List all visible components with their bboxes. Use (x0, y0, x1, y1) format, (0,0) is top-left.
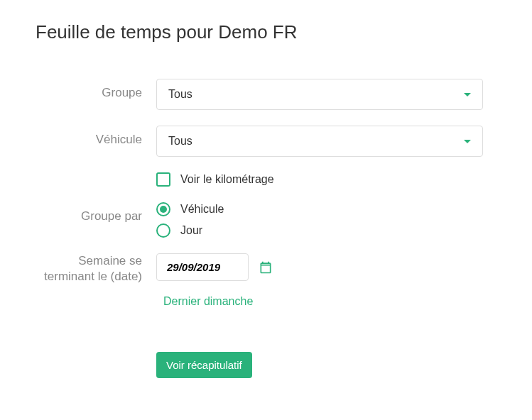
mileage-checkbox-label: Voir le kilométrage (180, 173, 274, 186)
view-summary-button[interactable]: Voir récapitulatif (156, 352, 252, 378)
week-ending-input[interactable] (156, 253, 249, 281)
radio-circle-icon (156, 202, 170, 216)
caret-down-icon (464, 93, 471, 96)
group-by-label: Groupe par (36, 202, 156, 223)
radio-vehicle-label: Véhicule (180, 203, 224, 216)
radio-day-label: Jour (180, 224, 202, 237)
caret-down-icon (464, 140, 471, 143)
group-select[interactable]: Tous (156, 79, 483, 110)
vehicle-label: Véhicule (36, 126, 156, 147)
radio-circle-icon (156, 223, 170, 238)
week-ending-label: Semaine se terminant le (date) (36, 253, 156, 284)
vehicle-select-value: Tous (168, 135, 192, 148)
group-label: Groupe (36, 79, 156, 100)
calendar-icon[interactable] (259, 260, 273, 275)
radio-group-by-vehicle[interactable]: Véhicule (156, 202, 483, 216)
mileage-checkbox[interactable] (156, 172, 170, 187)
group-select-value: Tous (168, 88, 192, 101)
vehicle-select[interactable]: Tous (156, 126, 483, 157)
page-title: Feuille de temps pour Demo FR (36, 21, 496, 43)
radio-group-by-day[interactable]: Jour (156, 223, 483, 238)
last-sunday-link[interactable]: Dernier dimanche (163, 295, 253, 308)
